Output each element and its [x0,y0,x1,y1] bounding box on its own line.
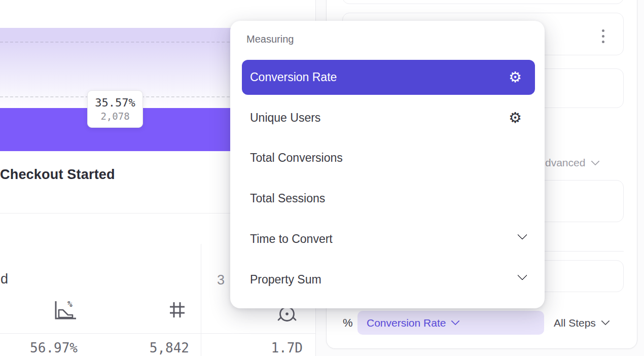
menu-item-total-sessions[interactable]: Total Sessions [250,191,325,205]
dropdown-title: Measuring [246,33,294,45]
menu-item-unique-users[interactable]: Unique Users [250,111,320,125]
table-value-conversion: 56.97% [0,340,78,355]
hash-icon [168,300,186,320]
all-steps-label: All Steps [554,317,596,329]
all-steps-selector[interactable]: All Steps [554,311,609,335]
tooltip-percent: 35.57% [95,96,135,109]
table-value-count: 5,842 [112,340,189,355]
gear-icon[interactable]: ⚙ [509,70,522,85]
table-header-fragment: d [1,271,8,287]
chevron-down-icon [591,157,600,165]
advanced-toggle[interactable]: dvanced [545,156,598,169]
menu-item-property-sum[interactable]: Property Sum [250,272,321,287]
table-column-divider [201,244,201,356]
svg-text:%: % [67,299,73,309]
tooltip-count: 2,078 [100,111,129,122]
metric-selector-chip[interactable]: Conversion Rate [357,311,544,335]
funnel-analysis-screen: 35.57% 2,078 Checkout Started d 3 % 56.9… [0,0,644,356]
chevron-down-icon [451,317,460,326]
funnel-percent-icon: % [53,299,78,322]
funnel-tooltip: 35.57% 2,078 [87,90,143,128]
gear-icon[interactable]: ⚙ [509,111,522,125]
menu-item-conversion-rate[interactable]: Conversion Rate [242,60,535,95]
table-value-time: 1.7D [225,340,303,355]
query-row-card-top[interactable] [342,0,624,4]
metric-chip-label: Conversion Rate [367,317,446,329]
menu-item-total-conversions[interactable]: Total Conversions [250,151,343,165]
table-row-divider [0,333,315,334]
menu-item-time-to-convert[interactable]: Time to Convert [250,232,333,246]
funnel-step-label: Checkout Started [0,167,115,183]
chevron-down-icon [601,317,610,326]
percent-symbol: % [343,311,353,335]
advanced-label: dvanced [545,157,585,169]
table-step-number: 3 [217,272,225,288]
kebab-menu-icon[interactable] [599,27,606,45]
menu-item-label: Conversion Rate [250,70,337,84]
